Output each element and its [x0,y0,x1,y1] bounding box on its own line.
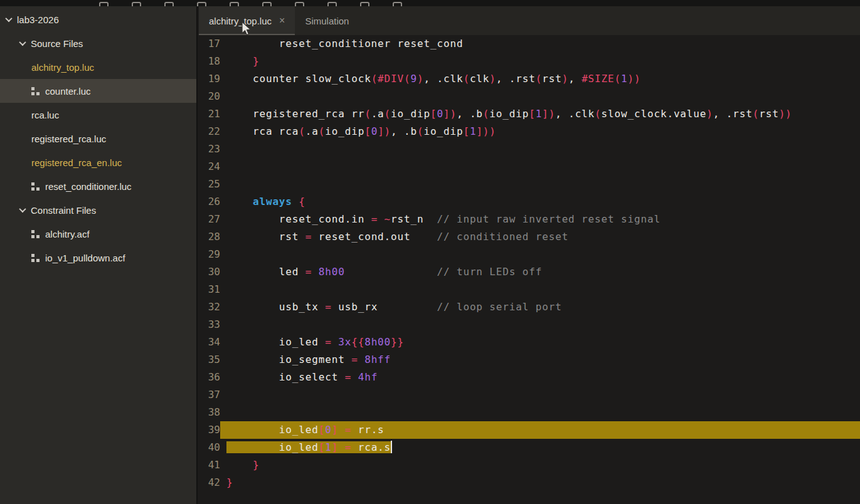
project-tree-panel: lab3-2026 Source Filesalchitry_top.lucco… [0,6,198,504]
tree-item-registered_rca_en-luc[interactable]: registered_rca_en.luc [0,150,196,174]
editor-tab-bar: alchitry_top.luc×Simulation [199,6,860,35]
line-number: 29 [199,246,220,263]
code-line-19[interactable]: 19 counter slow_clock(#DIV(9), .clk(clk)… [199,70,860,88]
toolbar-icon-4[interactable] [197,2,206,6]
toolbar-icon-6[interactable] [262,2,272,6]
line-number: 24 [199,158,220,176]
module-blocks-icon [31,230,40,238]
code-text [220,246,860,263]
toolbar-icon-3[interactable] [164,2,174,6]
code-line-30[interactable]: 30 led = 8h00 // turn LEDs off [199,263,860,281]
code-text: } [220,456,860,474]
code-line-39[interactable]: 39 io_led[0] = rr.s [199,421,860,439]
alchitry-labs-window: lab3-2026 Source Filesalchitry_top.lucco… [0,0,860,504]
code-text [220,281,860,298]
code-line-31[interactable]: 31 [199,281,860,298]
code-line-36[interactable]: 36 io_select = 4hf [199,369,860,386]
file-name: counter.luc [45,86,91,97]
code-line-21[interactable]: 21 registered_rca rr(.a(io_dip[0]), .b(i… [199,105,860,123]
line-number: 18 [199,53,220,70]
line-number: 23 [199,140,220,158]
line-number: 40 [199,439,220,456]
line-number: 41 [199,456,220,474]
tab-close-icon[interactable]: × [279,16,285,26]
toolbar-icon-10[interactable] [393,2,402,6]
code-text: reset_conditioner reset_cond [220,35,860,53]
line-number: 37 [199,386,220,404]
tree-item-counter-luc[interactable]: counter.luc [0,79,196,103]
code-text [220,316,860,333]
code-line-37[interactable]: 37 [199,386,860,404]
line-number: 34 [199,333,220,351]
tab-label: Simulation [305,16,349,26]
code-line-35[interactable]: 35 io_segment = 8hff [199,351,860,369]
line-number: 20 [199,88,220,105]
code-line-22[interactable]: 22 rca rca(.a(io_dip[0]), .b(io_dip[1])) [199,123,860,140]
code-line-25[interactable]: 25 [199,176,860,193]
code-line-42[interactable]: 42} [199,474,860,491]
code-line-40[interactable]: 40 io_led[1] = rca.s [199,439,860,456]
tree-item-alchitry-acf[interactable]: alchitry.acf [0,222,196,246]
line-number: 38 [199,404,220,421]
line-number: 39 [199,421,220,439]
code-line-34[interactable]: 34 io_led = 3x{{8h00}} [199,333,860,351]
line-number: 32 [199,298,220,316]
toolbar-icon-2[interactable] [132,2,141,6]
toolbar [0,0,860,6]
line-number: 33 [199,316,220,333]
code-line-38[interactable]: 38 [199,404,860,421]
code-line-27[interactable]: 27 reset_cond.in = ~rst_n // input raw i… [199,211,860,228]
tree-item-rca-luc[interactable]: rca.luc [0,103,196,127]
tab-label: alchitry_top.luc [209,16,272,26]
code-text: always { [220,193,860,211]
tree-item-registered_rca-luc[interactable]: registered_rca.luc [0,127,196,150]
chevron-down-icon [19,206,26,213]
code-line-29[interactable]: 29 [199,246,860,263]
file-name: reset_conditioner.luc [45,181,132,192]
code-line-28[interactable]: 28 rst = reset_cond.out // conditioned r… [199,228,860,246]
code-line-18[interactable]: 18 } [199,53,860,70]
module-blocks-icon [31,182,40,191]
line-number: 28 [199,228,220,246]
code-text [220,404,860,421]
code-line-32[interactable]: 32 usb_tx = usb_rx // loop serial port [199,298,860,316]
code-text [220,386,860,404]
code-line-24[interactable]: 24 [199,158,860,176]
file-name: registered_rca_en.luc [31,157,122,168]
tree-item-alchitry_top-luc[interactable]: alchitry_top.luc [0,55,196,79]
section-label: Constraint Files [31,205,96,216]
project-root[interactable]: lab3-2026 [0,8,196,31]
tab-alchitry-top-luc[interactable]: alchitry_top.luc× [199,6,295,35]
code-line-33[interactable]: 33 [199,316,860,333]
code-text: io_led[0] = rr.s [220,421,860,439]
code-line-26[interactable]: 26 always { [199,193,860,211]
line-number: 27 [199,211,220,228]
code-line-23[interactable]: 23 [199,140,860,158]
code-text: io_led[1] = rca.s [220,439,860,456]
tree-section-constraint-files[interactable]: Constraint Files [0,198,196,222]
code-text: counter slow_clock(#DIV(9), .clk(clk), .… [220,70,860,88]
file-name: registered_rca.luc [31,134,106,144]
toolbar-icon-1[interactable] [99,2,109,6]
toolbar-icon-9[interactable] [360,2,369,6]
tree-section-source-files[interactable]: Source Files [0,31,196,55]
file-name: io_v1_pulldown.acf [45,253,125,263]
code-text: usb_tx = usb_rx // loop serial port [220,298,860,316]
line-number: 26 [199,193,220,211]
code-line-41[interactable]: 41 } [199,456,860,474]
tab-simulation[interactable]: Simulation [295,6,359,35]
toolbar-icon-8[interactable] [327,2,337,6]
code-editor[interactable]: 17 reset_conditioner reset_cond18 }19 co… [199,35,860,504]
code-text: io_led = 3x{{8h00}} [220,333,860,351]
code-text: led = 8h00 // turn LEDs off [220,263,860,281]
toolbar-icon-7[interactable] [295,2,304,6]
code-line-17[interactable]: 17 reset_conditioner reset_cond [199,35,860,53]
code-text: } [220,53,860,70]
tree-item-reset_conditioner-luc[interactable]: reset_conditioner.luc [0,174,196,198]
section-label: Source Files [31,38,83,49]
toolbar-icon-5[interactable] [230,2,239,6]
code-line-20[interactable]: 20 [199,88,860,105]
line-number: 22 [199,123,220,140]
tree-item-io_v1_pulldown-acf[interactable]: io_v1_pulldown.acf [0,246,196,270]
line-number: 35 [199,351,220,369]
